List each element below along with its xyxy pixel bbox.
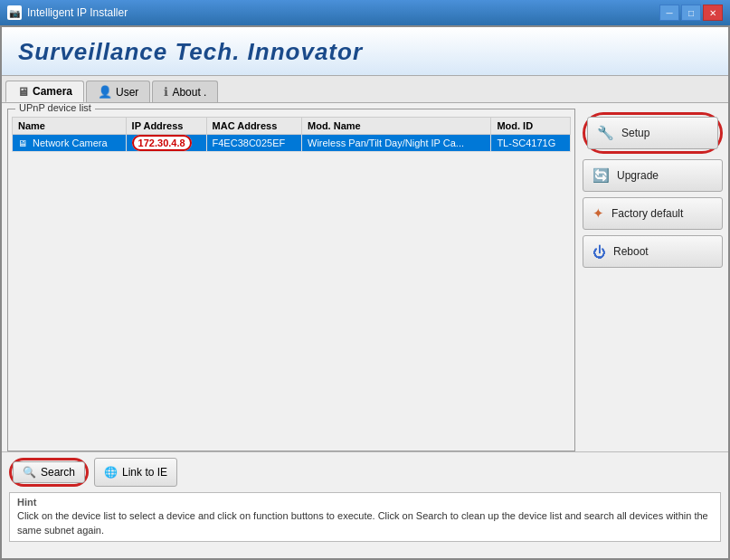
close-button[interactable]: ✕ <box>703 5 723 21</box>
upgrade-label: Upgrade <box>617 169 659 182</box>
device-name: Network Camera <box>33 138 108 148</box>
cell-modname: Wireless Pan/Tilt Day/Night IP Ca... <box>302 135 491 152</box>
col-modid: Mod. ID <box>491 118 571 135</box>
factory-default-label: Factory default <box>611 207 683 220</box>
reboot-button[interactable]: ⏻ Reboot <box>583 235 723 268</box>
cell-mac: F4EC38C025EF <box>206 135 301 152</box>
search-icon: 🔍 <box>23 466 36 479</box>
col-modname: Mod. Name <box>302 118 491 135</box>
hint-label: Hint <box>17 497 713 508</box>
reboot-icon: ⏻ <box>593 244 606 260</box>
action-panel: 🔧 Setup 🔄 Upgrade ✦ Factory default ⏻ Re… <box>583 109 723 451</box>
tab-bar: 🖥 Camera 👤 User ℹ About . <box>2 76 728 103</box>
tab-user[interactable]: 👤 User <box>86 81 150 102</box>
window-controls: ─ □ ✕ <box>659 5 723 21</box>
cell-modid: TL-SC4171G <box>491 135 571 152</box>
col-ip: IP Address <box>126 118 206 135</box>
main-window: Surveillance Tech. Innovator 🖥 Camera 👤 … <box>0 25 730 560</box>
setup-label: Setup <box>621 127 649 139</box>
col-mac: MAC Address <box>206 118 301 135</box>
hint-text: Click on the device list to select a dev… <box>17 509 713 537</box>
app-icon: 📷 <box>7 5 22 20</box>
ie-icon: 🌐 <box>104 466 118 479</box>
bottom-bar: 🔍 Search 🌐 Link to IE Hint Click on the … <box>2 451 728 546</box>
factory-default-button[interactable]: ✦ Factory default <box>583 197 723 230</box>
app-title: Surveillance Tech. Innovator <box>18 38 712 66</box>
search-btn-highlight: 🔍 Search <box>9 458 89 487</box>
upnp-group: UPnP device list Name IP Address MAC Add… <box>7 109 575 451</box>
tab-camera[interactable]: 🖥 Camera <box>5 81 84 102</box>
link-to-ie-button[interactable]: 🌐 Link to IE <box>94 458 177 487</box>
upgrade-icon: 🔄 <box>593 167 610 184</box>
table-row[interactable]: 🖥 Network Camera 172.30.4.8 F4EC38C025EF… <box>13 135 571 152</box>
cell-name: 🖥 Network Camera <box>13 135 127 152</box>
setup-btn-highlight: 🔧 Setup <box>583 112 723 154</box>
cell-ip: 172.30.4.8 <box>126 135 206 152</box>
col-name: Name <box>13 118 127 135</box>
tab-about[interactable]: ℹ About . <box>152 81 218 102</box>
about-tab-label: About . <box>172 86 206 99</box>
camera-tab-icon: 🖥 <box>17 85 29 99</box>
about-tab-icon: ℹ <box>164 85 168 99</box>
app-header: Surveillance Tech. Innovator <box>2 27 728 76</box>
device-table: Name IP Address MAC Address Mod. Name Mo… <box>12 117 571 152</box>
search-label: Search <box>41 466 75 479</box>
camera-row-icon: 🖥 <box>18 138 27 148</box>
user-tab-icon: 👤 <box>98 85 112 99</box>
minimize-button[interactable]: ─ <box>659 5 679 21</box>
camera-tab-label: Camera <box>33 85 72 98</box>
user-tab-label: User <box>116 86 138 99</box>
search-button[interactable]: 🔍 Search <box>13 461 85 483</box>
title-bar-title: Intelligent IP Installer <box>27 6 128 19</box>
ip-highlight: 172.30.4.8 <box>132 135 192 151</box>
reboot-label: Reboot <box>613 245 649 258</box>
setup-button[interactable]: 🔧 Setup <box>587 117 718 149</box>
setup-icon: 🔧 <box>597 125 614 141</box>
title-bar: 📷 Intelligent IP Installer ─ □ ✕ <box>0 0 730 25</box>
upnp-group-label: UPnP device list <box>15 103 95 113</box>
maximize-button[interactable]: □ <box>681 5 701 21</box>
link-to-ie-label: Link to IE <box>122 466 167 479</box>
hint-box: Hint Click on the device list to select … <box>9 492 721 542</box>
factory-icon: ✦ <box>593 205 604 222</box>
bottom-buttons: 🔍 Search 🌐 Link to IE <box>9 458 721 487</box>
upgrade-button[interactable]: 🔄 Upgrade <box>583 159 723 192</box>
